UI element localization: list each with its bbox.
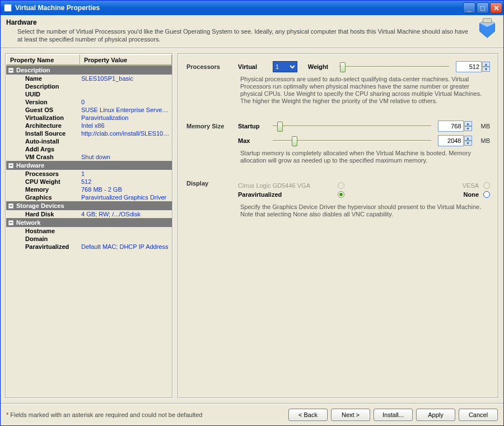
tree-section-storage-devices[interactable]: −Storage Devices: [6, 201, 172, 210]
property-name: Addl Args: [25, 146, 81, 152]
property-tree: Property Name Property Value −Descriptio…: [5, 53, 173, 399]
tree-row[interactable]: NameSLES10SP1_basic: [6, 75, 172, 82]
virtual-label: Virtual: [238, 63, 266, 70]
property-name: Version: [25, 99, 81, 105]
tree-row[interactable]: Domain: [6, 235, 172, 243]
property-name: CPU Weight: [25, 178, 81, 185]
spin-up-icon[interactable]: ▲: [464, 121, 472, 126]
property-name: Auto-install: [25, 138, 81, 145]
property-name: Virtualization: [25, 114, 81, 121]
radio-cirrus-label: Cirrus Logic GD5446 VGA: [238, 182, 333, 189]
startup-memory-slider[interactable]: [273, 121, 431, 132]
startup-memory-input[interactable]: [438, 121, 464, 132]
spin-down-icon[interactable]: ▼: [482, 67, 490, 72]
tree-row[interactable]: Install Sourcehttp://clab.com/install/SL…: [6, 129, 172, 137]
tree-row[interactable]: Processors1: [6, 170, 172, 178]
property-name: Graphics: [25, 194, 81, 201]
unit-label: MB: [481, 123, 491, 129]
max-memory-slider[interactable]: [273, 135, 431, 146]
required-note: * Fields marked with an asterisk are req…: [6, 411, 202, 418]
collapse-icon[interactable]: −: [8, 203, 13, 209]
property-value: 512: [81, 178, 172, 185]
unit-label: MB: [481, 137, 491, 144]
weight-spinner[interactable]: ▲▼: [456, 61, 490, 72]
tree-row[interactable]: Hostname: [6, 227, 172, 235]
radio-none-label: None: [456, 191, 479, 198]
tree-row[interactable]: Hard Disk4 GB; RW; /.../OSdisk: [6, 210, 172, 218]
tree-row[interactable]: Guest OSSUSE Linux Enterprise Server 10: [6, 106, 172, 114]
svg-rect-2: [483, 18, 491, 23]
minimize-button[interactable]: _: [463, 2, 475, 13]
tree-row[interactable]: CPU Weight512: [6, 178, 172, 186]
radio-paravirt[interactable]: [338, 191, 344, 198]
hardware-panel: Processors Virtual 1 Weight ▲▼ Physical …: [178, 53, 499, 399]
collapse-icon[interactable]: −: [8, 163, 13, 168]
tree-row[interactable]: UUID: [6, 90, 172, 98]
weight-input[interactable]: [456, 61, 482, 72]
collapse-icon[interactable]: −: [8, 220, 13, 225]
close-button[interactable]: ✕: [490, 2, 502, 13]
tree-row[interactable]: Addl Args: [6, 145, 172, 153]
weight-label: Weight: [304, 63, 332, 70]
property-value: 4 GB; RW; /.../OSdisk: [81, 211, 172, 217]
property-value: SUSE Linux Enterprise Server 10: [81, 106, 172, 113]
property-name: Hostname: [25, 228, 81, 234]
window: Virtual Machine Properties _ □ ✕ Hardwar…: [0, 0, 504, 426]
max-memory-input[interactable]: [438, 135, 464, 146]
tree-row[interactable]: VirtualizationParavirtualization: [6, 114, 172, 122]
tree-row[interactable]: GraphicsParavirtualized Graphics Driver: [6, 193, 172, 201]
memory-desc: Startup memory is completely allocated w…: [240, 150, 490, 164]
maximize-button[interactable]: □: [477, 2, 489, 13]
tree-row[interactable]: Memory768 MB - 2 GB: [6, 186, 172, 193]
next-button[interactable]: Next >: [331, 409, 370, 421]
install-button[interactable]: Install...: [374, 409, 413, 421]
spin-up-icon[interactable]: ▲: [482, 62, 490, 67]
tree-row[interactable]: ArchitectureIntel x86: [6, 122, 172, 129]
apply-button[interactable]: Apply: [416, 409, 455, 421]
memory-group: Memory Size Startup ▲▼ MB Max: [186, 121, 490, 164]
virtual-processors-select[interactable]: 1: [273, 61, 297, 72]
property-value: Paravirtualization: [81, 114, 172, 121]
display-group: Display Cirrus Logic GD5446 VGA VESA: [186, 180, 490, 218]
property-value: 0: [81, 99, 172, 105]
weight-slider[interactable]: [339, 61, 449, 72]
tree-section-hardware[interactable]: −Hardware: [6, 161, 172, 170]
collapse-icon[interactable]: −: [8, 68, 13, 73]
tree-section-description[interactable]: −Description: [6, 66, 172, 75]
tree-row[interactable]: Version0: [6, 98, 172, 106]
spin-up-icon[interactable]: ▲: [464, 136, 472, 141]
cancel-button[interactable]: Cancel: [459, 409, 498, 421]
header: Hardware Select the number of Virtual Pr…: [1, 15, 503, 49]
processors-desc: Physical processors are used to auto-sel…: [240, 76, 490, 105]
property-name: Guest OS: [25, 106, 81, 113]
radio-paravirt-label: Paravirtualized: [238, 191, 333, 198]
property-name: Memory: [25, 186, 81, 193]
memory-label: Memory Size: [186, 123, 231, 129]
property-name: Processors: [25, 170, 81, 177]
tree-row[interactable]: Description: [6, 82, 172, 90]
page-title: Hardware: [6, 18, 472, 26]
spin-down-icon[interactable]: ▼: [464, 126, 472, 131]
property-value: 768 MB - 2 GB: [81, 186, 172, 193]
tree-row[interactable]: ParavirtualizedDefault MAC; DHCP IP Addr…: [6, 243, 172, 251]
titlebar[interactable]: Virtual Machine Properties _ □ ✕: [1, 1, 503, 15]
property-name: UUID: [25, 91, 81, 98]
back-button[interactable]: < Back: [288, 409, 328, 421]
property-value: Intel x86: [81, 122, 172, 129]
col-property-value[interactable]: Property Value: [80, 54, 172, 65]
tree-row[interactable]: VM CrashShut down: [6, 153, 172, 161]
property-value: Paravirtualized Graphics Driver: [81, 194, 172, 201]
display-label: Display: [186, 180, 231, 187]
max-memory-spinner[interactable]: ▲▼: [438, 135, 472, 146]
property-value: 1: [81, 170, 172, 177]
radio-none[interactable]: [483, 191, 490, 198]
tree-row[interactable]: Auto-install: [6, 137, 172, 145]
startup-memory-spinner[interactable]: ▲▼: [438, 121, 472, 132]
tree-section-network[interactable]: −Network: [6, 218, 172, 227]
spin-down-icon[interactable]: ▼: [464, 141, 472, 146]
property-name: Install Source: [25, 130, 81, 137]
col-property-name[interactable]: Property Name: [6, 54, 80, 65]
property-name: VM Crash: [25, 154, 81, 160]
footer: * Fields marked with an asterisk are req…: [1, 403, 503, 425]
startup-label: Startup: [238, 123, 266, 129]
